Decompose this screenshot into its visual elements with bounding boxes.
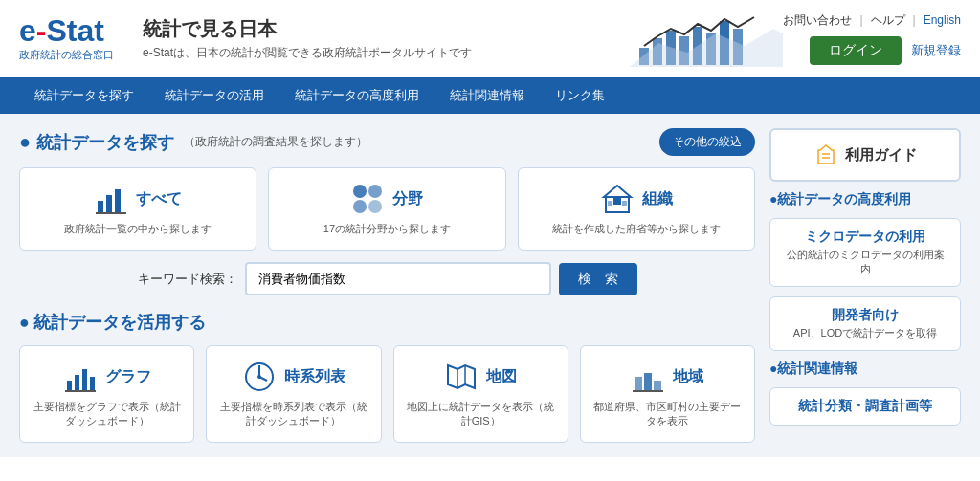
header-title: 統計で見る日本 (143, 16, 630, 42)
activate-title: ● 統計データを活用する (19, 311, 755, 334)
svg-rect-18 (613, 197, 621, 205)
guide-label: 利用ガイド (845, 146, 917, 164)
guide-button[interactable]: 利用ガイド (769, 128, 961, 182)
map-icon (444, 360, 479, 394)
header-actions: ログイン 新規登録 (810, 36, 961, 65)
contact-link[interactable]: お問い合わせ (783, 12, 852, 29)
category-icon (350, 182, 385, 216)
card-all-label: すべて (136, 189, 182, 209)
svg-rect-23 (75, 375, 79, 390)
search-section-title: ● 統計データを探す (19, 131, 174, 154)
svg-point-16 (368, 200, 382, 213)
svg-rect-12 (96, 212, 126, 214)
sidebar-microdata-title: ミクロデータの利用 (782, 229, 948, 246)
nav-item-advanced[interactable]: 統計データの高度利用 (279, 77, 434, 114)
nav-item-related[interactable]: 統計関連情報 (434, 77, 540, 114)
logo-subtitle: 政府統計の総合窓口 (19, 48, 114, 62)
nav-item-activate[interactable]: 統計データの活用 (149, 77, 279, 114)
english-link[interactable]: English (924, 13, 961, 27)
main: ● 統計データを探す （政府統計の調査結果を探します） その他の絞込 すべて (0, 114, 980, 457)
activate-card-graph-label: グラフ (105, 367, 151, 387)
svg-rect-35 (644, 373, 652, 390)
activate-card-region[interactable]: 地域 都道府県、市区町村の主要データを表示 (580, 345, 755, 443)
sidebar-advanced-title: ●統計データの高度利用 (769, 191, 961, 208)
header-center: 統計で見る日本 e-Statは、日本の統計が閲覧できる政府統計ポータルサイトです (143, 16, 630, 61)
nav-item-links[interactable]: リンク集 (540, 77, 620, 114)
bar-chart-icon (94, 182, 128, 216)
sidebar-developer-sub: API、LODで統計データを取得 (782, 326, 948, 340)
search-cards-row: すべて 政府統計一覧の中から探します 分野 17の統計分野から探します (19, 167, 755, 251)
search-label: キーワード検索： (138, 271, 237, 288)
svg-rect-37 (633, 390, 663, 392)
card-category-desc: 17の統計分野から探します (323, 222, 451, 236)
svg-rect-11 (115, 189, 121, 212)
activate-card-region-desc: 都道府県、市区町村の主要データを表示 (590, 400, 745, 428)
sidebar-developer-title: 開発者向け (782, 307, 948, 324)
header: e-Stat 政府統計の総合窓口 統計で見る日本 e-Statは、日本の統計が閲… (0, 0, 980, 77)
login-button[interactable]: ログイン (810, 36, 902, 65)
activate-card-graph[interactable]: グラフ 主要指標をグラフで表示（統計ダッシュボード） (19, 345, 194, 443)
header-right: お問い合わせ | ヘルプ | English ログイン 新規登録 (783, 12, 961, 65)
svg-rect-20 (608, 201, 612, 206)
logo-area: e-Stat 政府統計の総合窓口 (19, 15, 114, 62)
card-all-desc: 政府統計一覧の中から探します (64, 222, 212, 236)
header-chart (630, 10, 783, 67)
activate-card-map-label: 地図 (486, 367, 517, 387)
svg-rect-21 (622, 201, 627, 206)
svg-rect-10 (106, 195, 112, 212)
region-icon (631, 360, 665, 394)
sidebar-statistics-classification[interactable]: 統計分類・調査計画等 (769, 387, 961, 426)
svg-rect-25 (90, 377, 95, 390)
svg-rect-34 (635, 377, 642, 390)
svg-rect-36 (654, 381, 661, 390)
nav-bar: 統計データを探す 統計データの活用 統計データの高度利用 統計関連情報 リンク集 (0, 77, 980, 114)
register-link[interactable]: 新規登録 (911, 42, 961, 59)
graph-icon (63, 360, 98, 394)
activate-card-map-desc: 地図上に統計データを表示（統計GIS） (404, 400, 558, 428)
activate-card-timeseries-desc: 主要指標を時系列表で表示（統計ダッシュボード） (216, 400, 370, 428)
logo: e-Stat (19, 15, 114, 46)
card-category[interactable]: 分野 17の統計分野から探します (268, 167, 505, 251)
header-links: お問い合わせ | ヘルプ | English (783, 12, 961, 29)
activate-card-timeseries[interactable]: 時系列表 主要指標を時系列表で表示（統計ダッシュボード） (206, 345, 381, 443)
header-subtitle: e-Statは、日本の統計が閲覧できる政府統計ポータルサイトです (143, 45, 630, 61)
search-section-header: ● 統計データを探す （政府統計の調査結果を探します） その他の絞込 (19, 128, 755, 156)
svg-point-13 (353, 185, 367, 198)
svg-rect-24 (82, 369, 87, 390)
svg-point-15 (353, 200, 367, 213)
sidebar-microdata-sub: 公的統計のミクロデータの利用案内 (782, 248, 948, 276)
content-left: ● 統計データを探す （政府統計の調査結果を探します） その他の絞込 すべて (19, 128, 755, 443)
svg-marker-19 (604, 186, 631, 197)
sidebar-developer[interactable]: 開発者向け API、LODで統計データを取得 (769, 296, 961, 351)
nav-item-search[interactable]: 統計データを探す (19, 77, 149, 114)
search-input[interactable] (245, 262, 551, 295)
sidebar-classification-title: 統計分類・調査計画等 (782, 398, 948, 415)
activate-cards: グラフ 主要指標をグラフで表示（統計ダッシュボード） 時系列表 主要指標を時系列… (19, 345, 755, 443)
activate-card-map[interactable]: 地図 地図上に統計データを表示（統計GIS） (393, 345, 568, 443)
card-category-label: 分野 (392, 189, 423, 209)
card-org[interactable]: 組織 統計を作成した府省等から探します (518, 167, 755, 251)
card-org-desc: 統計を作成した府省等から探します (552, 222, 721, 236)
search-row: キーワード検索： 検 索 (19, 262, 755, 295)
svg-rect-9 (98, 201, 103, 212)
activate-card-graph-desc: 主要指標をグラフで表示（統計ダッシュボード） (30, 400, 184, 428)
svg-rect-26 (65, 390, 96, 392)
sidebar-microdata[interactable]: ミクロデータの利用 公的統計のミクロデータの利用案内 (769, 218, 961, 287)
sidebar: 利用ガイド ●統計データの高度利用 ミクロデータの利用 公的統計のミクロデータの… (769, 128, 961, 443)
activate-card-timeseries-label: 時系列表 (284, 367, 345, 387)
sidebar-related-title: ●統計関連情報 (769, 361, 961, 378)
svg-marker-31 (448, 365, 475, 388)
timeseries-icon (242, 360, 277, 394)
filter-button[interactable]: その他の絞込 (659, 128, 755, 156)
card-all[interactable]: すべて 政府統計一覧の中から探します (19, 167, 256, 251)
svg-rect-22 (67, 381, 72, 390)
help-link[interactable]: ヘルプ (871, 12, 905, 29)
search-section-desc: （政府統計の調査結果を探します） (184, 134, 368, 150)
org-icon (600, 182, 635, 216)
guide-icon (814, 143, 837, 166)
activate-card-region-label: 地域 (673, 367, 703, 387)
search-button[interactable]: 検 索 (559, 263, 637, 295)
card-org-label: 組織 (642, 189, 673, 209)
svg-point-14 (368, 185, 382, 198)
svg-point-30 (257, 375, 261, 379)
